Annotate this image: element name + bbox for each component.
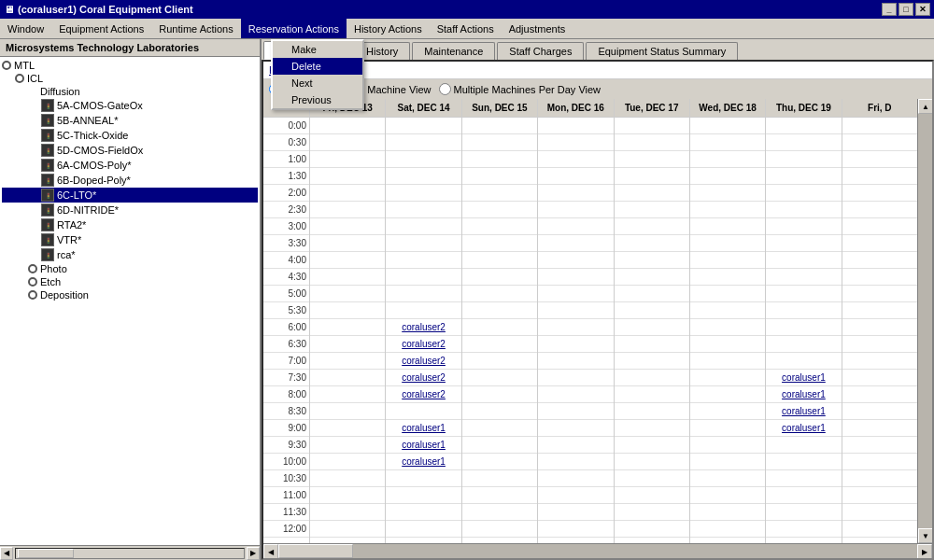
day-cell-sat14-630[interactable]: coraluser2 [386,336,460,353]
tree-item-diffusion[interactable]: Diffusion [2,85,258,98]
tab-staff-charges[interactable]: Staff Charges [497,42,584,60]
tree-item-6c-lto[interactable]: 🚦6C-LTO* [2,188,258,203]
vscroll-up-arrow[interactable]: ▲ [918,99,932,114]
menu-history-actions[interactable]: History Actions [347,19,430,38]
day-cell-sat14-700[interactable]: coraluser2 [386,353,460,370]
day-cell-thu19-700 [766,353,841,370]
day-cell-fri13-1030 [310,470,385,487]
menu-adjustments[interactable]: Adjustments [502,19,573,38]
day-cell-mon16-230 [538,202,613,218]
day-cell-fri13-1200 [310,521,385,538]
day-cell-thu19-830[interactable]: coraluser1 [766,403,841,420]
menu-staff-actions[interactable]: Staff Actions [430,19,502,38]
day-cell-thu19-1130 [766,504,841,521]
scrollbar-thumb[interactable] [18,549,74,558]
day-cell-fri13-230 [310,202,385,218]
tree-item-rta2[interactable]: 🚦RTA2* [2,217,258,232]
tree-item-5a-cmos[interactable]: 🚦5A-CMOS-GateOx [2,98,258,113]
day-cell-fri13-830 [310,403,385,420]
scroll-left-arrow[interactable]: ◀ [0,547,13,560]
day-cell-sat14-830 [386,403,460,420]
day-cell-sat14-730[interactable]: coraluser2 [386,370,460,386]
dropdown-delete[interactable]: Delete [273,58,362,75]
close-button[interactable]: ✕ [915,3,930,16]
day-cell-sat14-300 [386,218,460,235]
menu-window[interactable]: Window [0,19,51,38]
day-cell-mon16-300 [538,218,613,235]
day-cell-tue17-800 [615,386,689,403]
day-cell-wed18-030 [690,134,765,151]
day-cell-mon16-1130 [538,504,613,521]
day-cell-fri13-600 [310,319,385,336]
lab-name: Microsystems Technology Laboratories [0,39,260,57]
day-cell-wed18-830 [690,403,765,420]
tree-item-rca[interactable]: 🚦rca* [2,247,258,262]
day-cell-wed18-630 [690,336,765,353]
tree-item-6a-cmos[interactable]: 🚦6A-CMOS-Poly* [2,158,258,173]
day-cell-sat14-600[interactable]: coraluser2 [386,319,460,336]
day-header-tue17: Tue, DEC 17 [615,99,690,117]
day-cell-sat14-1000[interactable]: coraluser1 [386,454,460,470]
tree-item-vtr[interactable]: 🚦VTR* [2,232,258,247]
day-cell-sat14-900[interactable]: coraluser1 [386,420,460,437]
dropdown-next[interactable]: Next [273,75,362,91]
day-cell-mon16-430 [538,269,613,286]
day-cell-thu19-730[interactable]: coraluser1 [766,370,841,386]
hscroll-thumb[interactable] [278,544,353,558]
tree-item-6b-doped[interactable]: 🚦6B-Doped-Poly* [2,173,258,188]
day-cell-thu19-900[interactable]: coraluser1 [766,420,841,437]
traffic-icon: 🚦 [41,174,54,187]
day-cell-tue17-700 [615,353,689,370]
hscroll-left-arrow[interactable]: ◀ [263,544,278,559]
time-cell-330: 3:30 [263,235,309,252]
calendar-area: Reservations Multiple Days Per Machine V… [262,60,934,560]
hscroll-right-arrow[interactable]: ▶ [917,544,932,559]
day-cell-tue17-830 [615,403,689,420]
tree-item-5c-thick[interactable]: 🚦5C-Thick-Oxide [2,128,258,143]
day-cell-sat14-930[interactable]: coraluser1 [386,437,460,454]
day-cell-sat14-800[interactable]: coraluser2 [386,386,460,403]
tree-item-6d-nitride[interactable]: 🚦6D-NITRIDE* [2,203,258,217]
tree-area: MTLICLDiffusion🚦5A-CMOS-GateOx🚦5B-ANNEAL… [0,57,260,545]
time-cell-630: 6:30 [263,336,309,353]
tree-item-deposition[interactable]: Deposition [2,288,258,301]
day-cell-sun15-330 [462,235,537,252]
days-body: coraluser2coraluser2coraluser2coraluser2… [310,118,917,543]
maximize-button[interactable]: □ [899,3,913,16]
dropdown-make[interactable]: Make [273,41,362,58]
right-panel: Reservations History Maintenance Staff C… [262,39,934,560]
day-cell-thu19-800[interactable]: coraluser1 [766,386,841,403]
day-cell-thu19-230 [766,202,841,218]
view-option-2[interactable]: Multiple Machines Per Day View [439,83,601,95]
tree-label-mtl: MTL [14,60,35,71]
vscroll-down-arrow[interactable]: ▼ [918,528,932,543]
day-cell-wed18-000 [690,118,765,134]
view-radio-2[interactable] [439,83,451,95]
day-cell-tue17-330 [615,235,689,252]
tree-item-5b-anneal[interactable]: 🚦5B-ANNEAL* [2,113,258,128]
menu-equipment-actions[interactable]: Equipment Actions [51,19,151,38]
days-header: Fri, DEC 13Sat, DEC 14Sun, DEC 15Mon, DE… [310,99,917,118]
minimize-button[interactable]: _ [882,3,897,16]
vscroll-track[interactable] [918,114,932,528]
tree-item-5d-cmos[interactable]: 🚦5D-CMOS-FieldOx [2,143,258,158]
day-cell-sun15-630 [462,336,537,353]
day-cell-sun15-1200 [462,521,537,538]
tree-item-etch[interactable]: Etch [2,275,258,288]
scroll-right-arrow[interactable]: ▶ [247,547,260,560]
tree-label-icl: ICL [27,73,43,84]
tab-maintenance[interactable]: Maintenance [412,42,495,60]
traffic-icon: 🚦 [41,159,54,172]
day-cell-sun15-830 [462,403,537,420]
dropdown-previous[interactable]: Previous [273,91,362,108]
tree-item-mtl[interactable]: MTL [2,59,258,72]
day-cell-fri20-1100 [842,487,917,504]
tree-item-icl[interactable]: ICL [2,72,258,85]
day-cell-wed18-530 [690,302,765,319]
menu-runtime-actions[interactable]: Runtime Actions [151,19,240,38]
tree-item-photo[interactable]: Photo [2,262,258,275]
scrollbar-track [15,548,245,559]
tab-equipment-status[interactable]: Equipment Status Summary [586,42,738,60]
menu-reservation-actions[interactable]: Reservation Actions [241,19,347,38]
traffic-icon: 🚦 [41,189,54,202]
